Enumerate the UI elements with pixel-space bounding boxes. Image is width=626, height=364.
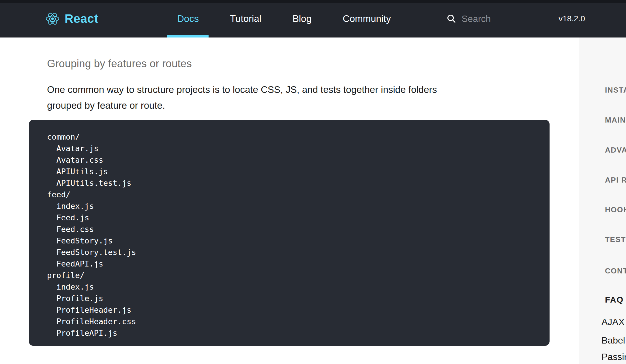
react-logo-icon: [46, 12, 59, 26]
nav-item-community[interactable]: Community: [333, 3, 401, 37]
nav-item-label: Docs: [177, 13, 199, 24]
brand-name: React: [65, 12, 98, 26]
sidebar-section-api-reference[interactable]: API REFERENCE: [605, 175, 626, 185]
sidebar-item-babel-jsx-and-build-steps[interactable]: Babel, JSX, and Build Steps: [601, 335, 626, 346]
nav-item-docs[interactable]: Docs: [167, 3, 209, 37]
nav-item-label: Tutorial: [230, 13, 261, 24]
body-paragraph: One common way to structure projects is …: [47, 82, 462, 113]
search-icon: [447, 14, 456, 24]
sidebar-section-advanced-guides[interactable]: ADVANCED GUIDES: [605, 145, 626, 155]
site-header: React DocsTutorialBlogCommunity v18.2.0: [0, 3, 626, 37]
react-home-link[interactable]: React: [46, 3, 98, 37]
search-input[interactable]: [461, 13, 554, 25]
window-top-strip: [0, 0, 626, 3]
version-label[interactable]: v18.2.0: [558, 3, 585, 37]
sidebar-item-ajax-and-apis[interactable]: AJAX and APIs: [601, 316, 626, 328]
nav-item-label: Community: [343, 13, 391, 24]
nav-item-label: Blog: [293, 13, 312, 24]
nav-item-tutorial[interactable]: Tutorial: [220, 3, 271, 37]
primary-nav: DocsTutorialBlogCommunity: [167, 3, 401, 37]
code-block: common/ Avatar.js Avatar.css APIUtils.js…: [29, 120, 550, 346]
sidebar-item-passing-functions-to-components[interactable]: Passing Functions to Components: [601, 351, 626, 364]
sidebar-section-faq[interactable]: FAQ: [605, 295, 624, 305]
search-control: [447, 3, 554, 37]
toc-sidebar: INSTALLATIONMAIN CONCEPTSADVANCED GUIDES…: [579, 37, 626, 364]
browser-viewport: React DocsTutorialBlogCommunity v18.2.0 …: [0, 0, 626, 364]
sidebar-section-testing[interactable]: TESTING: [605, 234, 626, 244]
section-heading: Grouping by features or routes: [47, 58, 192, 70]
sidebar-section-installation[interactable]: INSTALLATION: [605, 85, 626, 95]
code-block-text: common/ Avatar.js Avatar.css APIUtils.js…: [47, 131, 532, 339]
sidebar-section-main-concepts[interactable]: MAIN CONCEPTS: [605, 115, 626, 125]
sidebar-section-contributing[interactable]: CONTRIBUTING: [605, 266, 626, 276]
sidebar-section-hooks[interactable]: HOOKS: [605, 205, 626, 215]
nav-item-blog[interactable]: Blog: [283, 3, 321, 37]
